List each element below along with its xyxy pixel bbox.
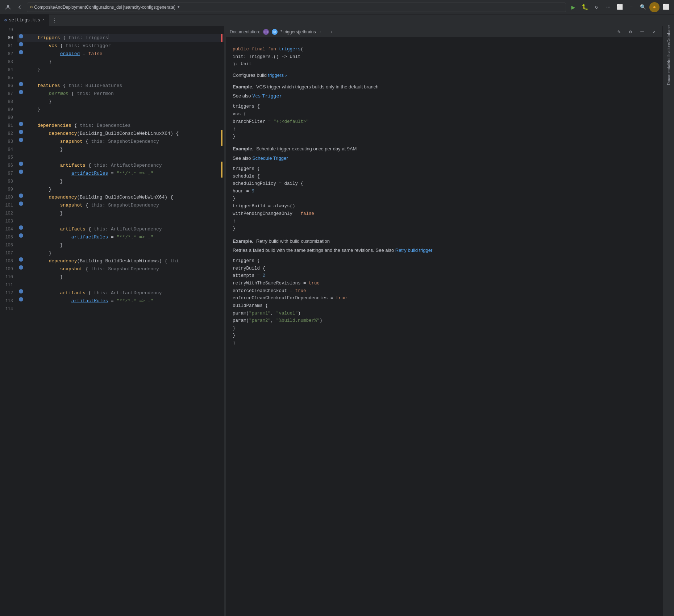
code-content-99[interactable]: } <box>25 186 220 193</box>
tab-file-icon: ⚙ <box>4 18 7 22</box>
doc-back-btn[interactable]: ← <box>319 28 324 36</box>
doc-retry-build-trigger-link[interactable]: Retry build trigger <box>395 247 433 253</box>
side-icon-notifications[interactable]: Notifications <box>663 48 674 58</box>
breakpoint-81[interactable] <box>19 42 23 46</box>
breakpoint-104[interactable] <box>19 225 23 230</box>
code-content-101[interactable]: snapshot { this: SnapshotDependency <box>25 201 220 209</box>
doc-trigger-link[interactable]: Trigger <box>262 93 282 99</box>
code-content-106[interactable]: } <box>25 241 220 249</box>
breakpoint-86[interactable] <box>19 82 23 86</box>
breakpoint-108[interactable] <box>19 257 23 262</box>
doc-example2-label: Example. <box>233 146 253 151</box>
line-number-101: 101 <box>0 201 17 209</box>
breakpoint-109[interactable] <box>19 265 23 270</box>
table-row: 93 snapshot { this: SnapshotDependency <box>0 138 224 146</box>
table-row: 102 } <box>0 209 224 217</box>
code-content-84[interactable]: } <box>25 66 220 74</box>
code-content-107[interactable]: } <box>25 249 220 257</box>
code-content-88[interactable]: } <box>25 98 220 106</box>
profile-icon-btn[interactable]: ● <box>649 2 660 12</box>
doc-example2-text: Schedule trigger executing once per day … <box>256 146 357 151</box>
breakpoint-105[interactable] <box>19 233 23 238</box>
breakpoint-101[interactable] <box>19 201 23 206</box>
right-gutter-80 <box>220 34 224 42</box>
breakpoint-97[interactable] <box>19 170 23 174</box>
breakpoint-96[interactable] <box>19 162 23 166</box>
doc-example1-code: triggers { vcs { branchFilter = "+:<defa… <box>233 103 656 140</box>
breakpoint-80[interactable] <box>19 34 23 38</box>
breadcrumb-text: CompositeAndDeploymentConfigurations_dsl… <box>34 5 175 10</box>
gutter-104 <box>17 225 25 230</box>
panel-divider[interactable] <box>224 26 226 616</box>
user-icon-btn[interactable] <box>3 2 13 12</box>
line-number-106: 106 <box>0 241 17 249</box>
doc-schedule-trigger-link[interactable]: Schedule Trigger <box>252 155 288 161</box>
breakpoint-92[interactable] <box>19 130 23 134</box>
line-number-87: 87 <box>0 90 17 98</box>
top-bar-left-icons <box>3 2 25 12</box>
code-editor: 79 80 triggers { this: Triggers 81 <box>0 26 224 616</box>
code-content-83[interactable]: } <box>25 58 220 66</box>
line-number-88: 88 <box>0 98 17 106</box>
gutter-80 <box>17 34 25 38</box>
bug-icon-btn[interactable]: 🐛 <box>580 2 590 12</box>
code-content-108[interactable]: dependency(Building_BuildDesktopWindows)… <box>25 257 220 265</box>
code-content-92[interactable]: dependency(Building_BuildConsoleWebLinux… <box>25 130 220 138</box>
code-content-93[interactable]: snapshot { this: SnapshotDependency <box>25 138 220 146</box>
code-content-80[interactable]: triggers { this: Triggers <box>25 34 220 42</box>
breakpoint-82[interactable] <box>19 50 23 54</box>
doc-settings-btn[interactable]: ⚙ <box>625 27 636 37</box>
code-content-86[interactable]: features { this: BuildFeatures <box>25 82 220 90</box>
tab-settings-kts[interactable]: ⚙ settings.kts × <box>0 14 49 26</box>
doc-see-also2: See also Schedule Trigger <box>233 155 656 162</box>
code-content-87[interactable]: perfmon { this: Perfmon <box>25 90 220 98</box>
doc-vcs-link[interactable]: Vcs <box>252 93 261 99</box>
breadcrumb-dropdown-icon[interactable]: ▼ <box>178 5 180 9</box>
table-row: 94 } <box>0 146 224 154</box>
code-content-94[interactable]: } <box>25 146 220 154</box>
doc-triggers-link[interactable]: triggers <box>268 72 284 78</box>
search-global-btn[interactable]: 🔍 <box>638 2 648 12</box>
breakpoint-93[interactable] <box>19 138 23 142</box>
minimize-icon-btn[interactable]: − <box>626 2 636 12</box>
breakpoint-113[interactable] <box>19 297 23 301</box>
breadcrumb-bar[interactable]: ⚙ CompositeAndDeploymentConfigurations_d… <box>27 3 566 12</box>
doc-expand-btn[interactable]: ↗ <box>649 27 659 37</box>
side-icon-database[interactable]: Database <box>663 29 674 39</box>
tab-more-btn[interactable]: ⋮ <box>49 15 59 25</box>
more-icon-btn[interactable]: ⋯ <box>603 2 613 12</box>
code-content-97[interactable]: artifactRules = "**/*.* => ." <box>25 170 220 178</box>
code-content-82[interactable]: enabled = false <box>25 50 220 58</box>
line-number-94: 94 <box>0 146 17 154</box>
back-nav-btn[interactable] <box>14 2 25 12</box>
doc-minimize-btn[interactable]: — <box>637 27 647 37</box>
doc-edit-btn[interactable]: ✎ <box>614 27 624 37</box>
window-icon-btn[interactable]: ⬜ <box>615 2 625 12</box>
code-content-105[interactable]: artifactRules = "**/*.* => ." <box>25 233 220 241</box>
refresh-icon-btn[interactable]: ↻ <box>591 2 602 12</box>
run-button[interactable]: ▶ <box>568 2 578 12</box>
code-content-91[interactable]: dependencies { this: Dependencies <box>25 122 220 130</box>
code-content-89[interactable]: } <box>25 106 220 114</box>
code-content-104[interactable]: artifacts { this: ArtifactDependency <box>25 225 220 233</box>
tab-close-btn[interactable]: × <box>42 18 45 22</box>
breakpoint-87[interactable] <box>19 90 23 94</box>
breakpoint-112[interactable] <box>19 289 23 294</box>
code-content-109[interactable]: snapshot { this: SnapshotDependency <box>25 265 220 273</box>
table-row: 92 dependency(Building_BuildConsoleWebLi… <box>0 130 224 138</box>
code-content-96[interactable]: artifacts { this: ArtifactDependency <box>25 162 220 170</box>
breakpoint-100[interactable] <box>19 193 23 198</box>
code-content-110[interactable]: } <box>25 273 220 281</box>
code-content-113[interactable]: artifactRules = "**/*.* => ." <box>25 297 220 305</box>
breakpoint-91[interactable] <box>19 122 23 126</box>
doc-forward-btn[interactable]: → <box>328 28 333 36</box>
line-number-90: 90 <box>0 114 17 122</box>
doc-example1-label: Example. <box>233 84 253 90</box>
code-content-102[interactable]: } <box>25 209 220 217</box>
code-content-100[interactable]: dependency(Building_BuildConsoleWebWinX6… <box>25 193 220 201</box>
code-content-98[interactable]: } <box>25 178 220 186</box>
notification-icon-btn[interactable]: ⬜ <box>661 2 671 12</box>
code-content-112[interactable]: artifacts { this: ArtifactDependency <box>25 289 220 297</box>
code-content-81[interactable]: vcs { this: VcsTrigger <box>25 42 220 50</box>
side-icon-documentation[interactable]: Documentation <box>663 67 674 77</box>
